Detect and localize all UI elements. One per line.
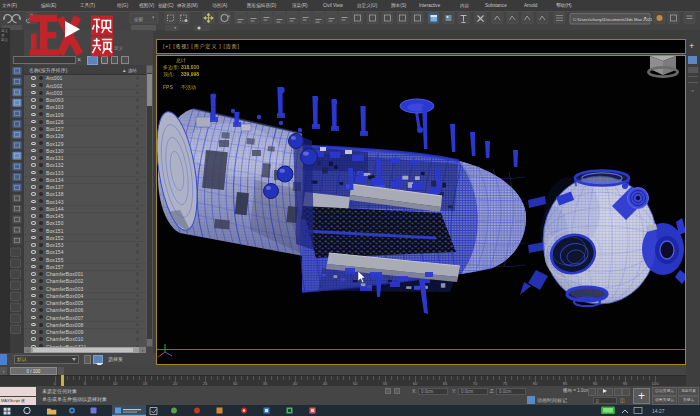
svg-text:14:27: 14:27 [652,408,665,414]
svg-text:C:\Users\chunyi\Documents\3ds: C:\Users\chunyi\Documents\3ds Max 2021 [573,17,653,22]
